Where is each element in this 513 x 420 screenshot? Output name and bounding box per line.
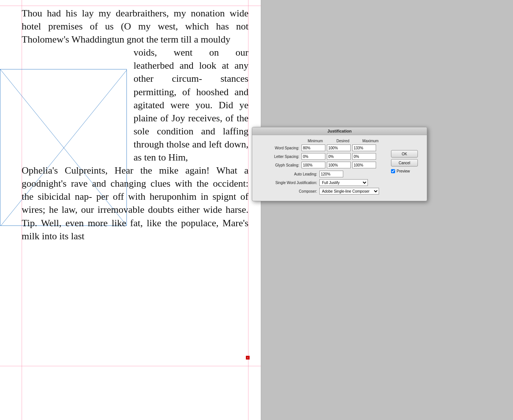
header-row: Minimum Desired Maximum bbox=[301, 139, 422, 143]
composer-label: Composer: bbox=[257, 189, 319, 193]
text-overflow-icon: + bbox=[246, 356, 250, 360]
guide-horizontal-bottom bbox=[0, 366, 261, 366]
preview-row: Preview bbox=[391, 169, 418, 173]
glyph-scaling-minimum[interactable] bbox=[301, 162, 325, 168]
justification-dialog: Justification OK Cancel Preview Minimum … bbox=[252, 127, 427, 201]
preview-label: Preview bbox=[397, 169, 410, 173]
cancel-button[interactable]: Cancel bbox=[391, 159, 418, 167]
dialog-inner: OK Cancel Preview Minimum Desired Maximu… bbox=[257, 139, 422, 195]
word-spacing-desired[interactable] bbox=[327, 144, 351, 151]
auto-leading-label: Auto Leading: bbox=[257, 172, 319, 176]
header-minimum: Minimum bbox=[301, 139, 329, 143]
dialog-body: OK Cancel Preview Minimum Desired Maximu… bbox=[252, 135, 427, 201]
single-word-justification-row: Single Word Justification: Full Justify … bbox=[257, 179, 422, 186]
dialog-buttons-area: OK Cancel Preview bbox=[391, 150, 418, 173]
ok-button[interactable]: OK bbox=[391, 150, 418, 158]
document-page: Thou had his lay my dearbraithers, my no… bbox=[0, 0, 261, 420]
header-desired: Desired bbox=[329, 139, 357, 143]
text-content-area[interactable]: Thou had his lay my dearbraithers, my no… bbox=[22, 7, 248, 243]
composer-row: Composer: Adobe Single-line Composer Ado… bbox=[257, 188, 422, 195]
word-spacing-minimum[interactable] bbox=[301, 144, 325, 151]
text-block-3: Ophelia's Culpreints, Hear the mike agai… bbox=[22, 164, 248, 243]
text-block-2: voids, went on our leatherbed and look a… bbox=[134, 46, 248, 164]
preview-checkbox[interactable] bbox=[391, 169, 395, 173]
canvas: Thou had his lay my dearbraithers, my no… bbox=[0, 0, 513, 420]
letter-spacing-desired[interactable] bbox=[327, 153, 351, 160]
auto-leading-input[interactable] bbox=[319, 171, 343, 177]
word-spacing-maximum[interactable] bbox=[352, 144, 376, 151]
glyph-scaling-label: Glyph Scaling: bbox=[257, 163, 301, 167]
header-maximum: Maximum bbox=[357, 139, 384, 143]
composer-select[interactable]: Adobe Single-line Composer Adobe Every-l… bbox=[319, 188, 379, 195]
glyph-scaling-desired[interactable] bbox=[327, 162, 351, 168]
word-spacing-label: Word Spacing: bbox=[257, 146, 301, 150]
letter-spacing-minimum[interactable] bbox=[301, 153, 325, 160]
guide-horizontal-top bbox=[0, 6, 261, 6]
single-word-justification-label: Single Word Justification: bbox=[257, 181, 319, 185]
letter-spacing-label: Letter Spacing: bbox=[257, 155, 301, 159]
single-word-justification-select[interactable]: Full Justify Left Justify Right Justify … bbox=[319, 179, 368, 186]
glyph-scaling-maximum[interactable] bbox=[352, 162, 376, 168]
text-block-1: Thou had his lay my dearbraithers, my no… bbox=[22, 7, 248, 46]
dialog-title: Justification bbox=[252, 127, 427, 135]
letter-spacing-maximum[interactable] bbox=[352, 153, 376, 160]
